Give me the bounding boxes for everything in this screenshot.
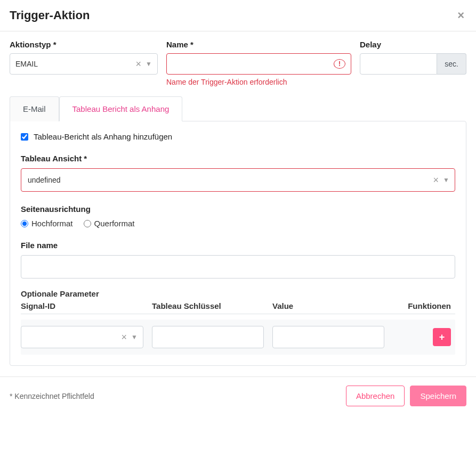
modal-title: Trigger-Aktion bbox=[10, 9, 90, 22]
chevron-down-icon: ▼ bbox=[441, 176, 455, 184]
name-label: Name * bbox=[166, 40, 351, 49]
chevron-down-icon: ▼ bbox=[129, 333, 143, 341]
name-error-text: Name der Trigger-Aktion erforderlich bbox=[166, 78, 351, 86]
portrait-radio[interactable] bbox=[21, 220, 28, 227]
close-button[interactable]: × bbox=[455, 9, 466, 22]
action-type-value: EMAIL bbox=[10, 60, 134, 68]
clear-icon[interactable]: × bbox=[431, 175, 441, 186]
action-type-select[interactable]: EMAIL × ▼ bbox=[10, 53, 158, 75]
orientation-portrait[interactable]: Hochformat bbox=[21, 219, 73, 228]
chevron-down-icon: ▼ bbox=[143, 60, 157, 68]
tableau-view-label: Tableau Ansicht * bbox=[21, 154, 455, 163]
col-value-label: Value bbox=[272, 301, 384, 310]
required-note: * Kennzeichnet Pflichtfeld bbox=[10, 392, 94, 400]
error-icon: ! bbox=[334, 59, 345, 69]
clear-icon[interactable]: × bbox=[119, 332, 130, 343]
param-value-input[interactable] bbox=[273, 326, 384, 348]
attach-checkbox[interactable] bbox=[21, 133, 28, 141]
attach-checkbox-label: Tableau-Bericht als Anhang hinzufügen bbox=[34, 132, 172, 141]
col-fn-label: Funktionen bbox=[393, 301, 455, 310]
delay-input[interactable] bbox=[360, 54, 437, 74]
close-icon: × bbox=[457, 9, 464, 22]
delay-label: Delay bbox=[360, 40, 466, 49]
name-input[interactable] bbox=[167, 54, 334, 74]
landscape-radio[interactable] bbox=[84, 220, 91, 227]
landscape-label: Querformat bbox=[94, 219, 135, 228]
param-signal-select[interactable]: × ▼ bbox=[21, 326, 143, 348]
tableau-view-select[interactable]: undefined × ▼ bbox=[21, 168, 455, 192]
cancel-button[interactable]: Abbrechen bbox=[346, 386, 405, 406]
plus-icon: + bbox=[439, 332, 445, 343]
filename-input[interactable] bbox=[21, 256, 455, 278]
filename-label: File name bbox=[21, 241, 455, 250]
add-param-button[interactable]: + bbox=[433, 328, 451, 346]
orientation-landscape[interactable]: Querformat bbox=[84, 219, 135, 228]
orientation-label: Seitenausrichtung bbox=[21, 204, 455, 214]
col-signal-label: Signal-ID bbox=[21, 301, 143, 310]
save-button[interactable]: Speichern bbox=[410, 386, 466, 406]
tableau-view-value: undefined bbox=[21, 176, 431, 184]
action-type-label: Aktionstyp * bbox=[10, 40, 158, 49]
name-input-wrap: ! bbox=[166, 53, 351, 75]
clear-icon[interactable]: × bbox=[134, 59, 144, 70]
col-key-label: Tableau Schlüssel bbox=[152, 301, 264, 310]
param-key-input[interactable] bbox=[152, 326, 263, 348]
param-section-title: Optionale Parameter bbox=[21, 289, 455, 298]
tab-tableau[interactable]: Tableau Bericht als Anhang bbox=[59, 96, 183, 121]
delay-unit: sec. bbox=[437, 53, 466, 75]
portrait-label: Hochformat bbox=[31, 219, 73, 228]
tableau-panel: Tableau-Bericht als Anhang hinzufügen Ta… bbox=[10, 121, 466, 366]
tab-email[interactable]: E-Mail bbox=[10, 96, 59, 121]
